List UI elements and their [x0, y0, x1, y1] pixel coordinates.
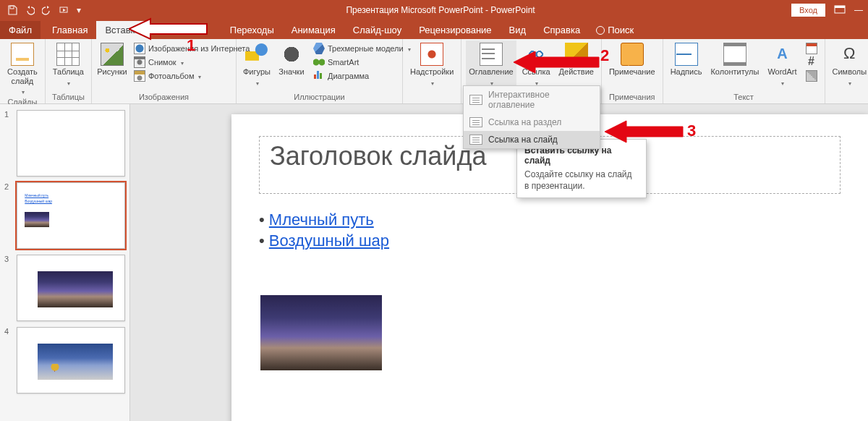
new-slide-label: Создать слайд [7, 67, 38, 85]
smartart-label: SmartArt [328, 58, 359, 67]
save-icon[interactable] [7, 5, 17, 15]
dropdown-item-interactive-toc: Интерактивное оглавление [464, 86, 600, 114]
tab-help[interactable]: Справка [535, 21, 589, 39]
tooltip-body: Создайте ссылку на слайд в презентации. [524, 169, 639, 192]
table-icon [56, 43, 80, 66]
annotation-number-3: 3 [687, 122, 696, 140]
slide-number: 2 [4, 182, 12, 191]
slide-thumbnail-4[interactable] [17, 327, 125, 394]
wordart-button[interactable]: AWordArt [765, 41, 799, 87]
tab-slideshow[interactable]: Слайд-шоу [344, 21, 410, 39]
tab-transitions[interactable]: Переходы [221, 21, 283, 39]
dropdown-item-label: Ссылка на слайд [488, 135, 558, 145]
icons-label: Значки [278, 67, 304, 77]
dropdown-icon [780, 78, 784, 88]
group-tables: Таблица Таблицы [46, 39, 92, 103]
zoom-toc-button[interactable]: Оглавление [466, 41, 516, 87]
tab-review[interactable]: Рецензирование [410, 21, 500, 39]
dropdown-item-slide-link[interactable]: Ссылка на слайд [464, 131, 600, 148]
textbox-icon [675, 43, 698, 66]
shapes-button[interactable]: Фигуры [241, 41, 273, 87]
mini-image-icon [38, 344, 113, 380]
content-placeholder[interactable]: Млечный путь Воздушный шар [259, 208, 389, 252]
minimize-icon[interactable]: — [854, 5, 862, 15]
slide-number-button[interactable]: # [803, 56, 820, 69]
header-footer-label: Колонтитулы [710, 67, 759, 77]
symbols-button[interactable]: ΩСимволы [830, 41, 868, 87]
comment-button[interactable]: Примечание [606, 41, 658, 77]
group-label: Изображения [96, 91, 231, 103]
textbox-button[interactable]: Надпись [668, 41, 705, 77]
tab-file[interactable]: Файл [0, 21, 41, 39]
group-illustrations: Фигуры Значки Трехмерные модели SmartArt… [237, 39, 403, 103]
link-button[interactable]: Ссылка [519, 41, 553, 87]
slide-hyperlink-1[interactable]: Млечный путь [269, 210, 374, 229]
tab-insert[interactable]: Вставка [96, 21, 148, 39]
title-bar: ▾ Презентация Microsoft PowerPoint - Pow… [0, 0, 868, 20]
shapes-label: Фигуры [243, 67, 271, 77]
dropdown-icon [255, 78, 259, 88]
smartart-button[interactable]: SmartArt [310, 56, 414, 69]
undo-icon[interactable] [25, 5, 35, 15]
slide-image[interactable] [260, 295, 382, 370]
slide-thumbnail-1[interactable] [17, 110, 125, 177]
tab-home[interactable]: Главная [43, 21, 96, 39]
slide-edit-area[interactable]: Заголовок слайда Млечный путь Воздушный … [130, 104, 868, 421]
screenshot-button[interactable]: Снимок [131, 56, 252, 69]
date-time-button[interactable] [803, 42, 820, 55]
group-label: Текст [668, 91, 820, 103]
addins-button[interactable]: Надстройки [407, 41, 456, 87]
thumbnail-row[interactable]: 1 [0, 107, 129, 179]
photo-album-button[interactable]: Фотоальбом [131, 69, 252, 82]
slide-thumbnail-2[interactable]: Млечный путь Воздушный шар [17, 182, 125, 249]
new-slide-button[interactable]: Создать слайд [4, 41, 41, 96]
photo-album-icon [134, 70, 145, 82]
action-button[interactable]: Действие [556, 41, 597, 77]
online-pictures-icon [134, 43, 145, 54]
toc-item-icon [469, 117, 482, 127]
mini-link: Млечный путь [25, 193, 48, 197]
3d-models-button[interactable]: Трехмерные модели [310, 42, 414, 55]
slide-thumbnails-pane[interactable]: 1 2 Млечный путь Воздушный шар 3 4 [0, 104, 130, 421]
pictures-button[interactable]: Рисунки [96, 41, 128, 77]
thumbnail-row[interactable]: 4 [0, 324, 129, 396]
wordart-icon: A [770, 43, 793, 66]
tell-me-search[interactable]: Поиск [589, 21, 641, 39]
balloon-icon [51, 364, 59, 374]
slide-thumbnail-3[interactable] [17, 255, 125, 321]
slide-hyperlink-2[interactable]: Воздушный шар [269, 231, 389, 250]
object-button[interactable] [803, 69, 820, 82]
thumbnail-row[interactable]: 2 Млечный путь Воздушный шар [0, 179, 129, 252]
dropdown-icon [66, 78, 70, 88]
login-button[interactable]: Вход [791, 4, 825, 17]
redo-icon[interactable] [42, 5, 52, 15]
dropdown-icon [197, 72, 201, 80]
quick-access-toolbar: ▾ [0, 5, 90, 15]
3d-models-icon [313, 43, 325, 54]
link-label: Ссылка [522, 67, 550, 77]
mini-link: Воздушный шар [25, 199, 52, 203]
link-icon [524, 43, 548, 66]
lightbulb-icon [596, 26, 605, 35]
tab-animations[interactable]: Анимация [283, 21, 344, 39]
dropdown-item-label: Ссылка на раздел [488, 117, 561, 127]
table-button[interactable]: Таблица [50, 41, 87, 87]
qat-customize-icon[interactable]: ▾ [77, 5, 82, 15]
thumbnail-row[interactable]: 3 [0, 252, 129, 324]
symbol-icon: Ω [838, 43, 861, 66]
svg-rect-3 [835, 6, 845, 8]
ribbon-insert: Создать слайд Слайды Таблица Таблицы Рис… [0, 39, 868, 104]
tab-view[interactable]: Вид [501, 21, 535, 39]
header-footer-button[interactable]: Колонтитулы [707, 41, 762, 77]
screenshot-icon [134, 56, 145, 68]
dropdown-icon [430, 78, 434, 88]
table-label: Таблица [53, 67, 84, 77]
icons-button[interactable]: Значки [276, 41, 307, 77]
group-addins: Надстройки [403, 39, 461, 103]
3d-models-label: Трехмерные модели [328, 44, 404, 53]
smartart-icon [313, 56, 325, 68]
ribbon-display-options-icon[interactable] [834, 5, 846, 16]
window-title: Презентация Microsoft PowerPoint - Power… [90, 5, 791, 15]
start-from-beginning-icon[interactable] [59, 5, 69, 15]
chart-button[interactable]: Диаграмма [310, 69, 414, 82]
